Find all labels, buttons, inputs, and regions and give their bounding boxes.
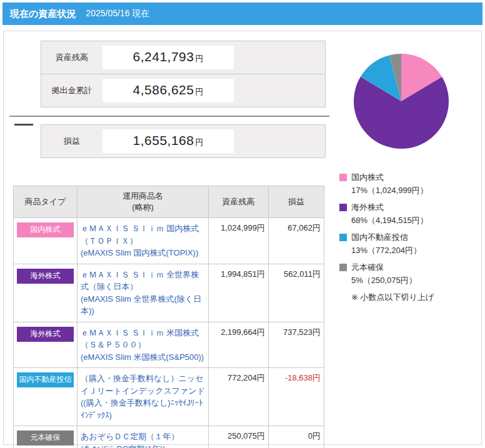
asset-balance-label: 資産残高 — [41, 52, 102, 63]
product-name-cell: ｅＭＡＸＩＳ Ｓｌｉｍ 全世界株式（除く日本） (eMAXIS Slim 全世界… — [78, 264, 209, 322]
contribution-total-label: 拠出金累計 — [41, 85, 102, 96]
product-profit-loss: 737,523円 — [269, 322, 324, 368]
table-row: 国内株式 ｅＭＡＸＩＳ Ｓｌｉｍ 国内株式（ＴＯＰＩＸ） (eMAXIS Sli… — [14, 218, 324, 264]
legend-item: 国内不動産投信 13%（772,204円） — [339, 232, 475, 256]
asset-allocation-pie-chart — [341, 46, 475, 159]
products-table-header-row: 商品タイプ 運用商品名 (略称) 資産残高 損益 — [14, 186, 324, 218]
product-name-link[interactable]: （購入・換金手数料なし）ニッセイＪリートインデックスファンド ((購入・換金手数… — [81, 372, 205, 421]
product-balance: 2,199,664円 — [209, 322, 269, 368]
product-short-name: (eMAXIS Slim 米国株式(S&P500)) — [81, 351, 205, 364]
equals-divider — [9, 116, 329, 117]
rounding-note: ※ 小数点以下切り上げ — [351, 292, 475, 303]
product-balance: 250,075円 — [209, 426, 269, 448]
product-profit-loss: 562,011円 — [269, 264, 324, 322]
product-profit-loss: 67,062円 — [269, 218, 324, 264]
product-short-name: (eMAXIS Slim 国内株式(TOPIX)) — [81, 247, 205, 259]
product-short-name: (eMAXIS Slim 全世界株式(除く日本)) — [81, 293, 205, 317]
product-full-name: （購入・換金手数料なし）ニッセイＪリートインデックスファンド — [81, 374, 205, 396]
product-full-name: ｅＭＡＸＩＳ Ｓｌｉｍ 全世界株式（除く日本） — [81, 270, 199, 292]
page-title: 現在の資産状況 — [10, 8, 76, 20]
table-row: 海外株式 ｅＭＡＸＩＳ Ｓｌｉｍ 全世界株式（除く日本） (eMAXIS Sli… — [14, 264, 324, 322]
content-frame: — 資産残高 6,241,793 円 拠出金累計 4,586,625 円 損益 — [3, 31, 482, 445]
product-type-cell: 海外株式 — [14, 322, 78, 368]
legend-detail: 68%（4,194,515円） — [351, 215, 475, 226]
product-name-cell: （購入・換金手数料なし）ニッセイＪリートインデックスファンド ((購入・換金手数… — [78, 368, 209, 426]
legend-label: 国内不動産投信 — [351, 232, 408, 243]
product-full-name: ｅＭＡＸＩＳ Ｓｌｉｍ 米国株式（Ｓ＆Ｐ５００） — [81, 328, 199, 350]
profit-loss-valuebox: 1,655,168 円 — [102, 129, 234, 153]
legend-detail: 17%（1,024,999円） — [351, 185, 475, 196]
contribution-total-unit: 円 — [195, 86, 203, 97]
product-profit-loss: 0円 — [269, 426, 324, 448]
product-name-link[interactable]: ｅＭＡＸＩＳ Ｓｌｉｍ 全世界株式（除く日本） (eMAXIS Slim 全世界… — [81, 269, 205, 317]
header-product-name: 運用商品名 (略称) — [78, 186, 209, 218]
header-product-type: 商品タイプ — [14, 186, 78, 218]
left-column: — 資産残高 6,241,793 円 拠出金累計 4,586,625 円 損益 — [13, 41, 327, 433]
product-type-cell: 国内不動産投信 — [14, 368, 78, 426]
header-product-name-line1: 運用商品名 — [122, 191, 163, 201]
legend-item: 国内株式 17%（1,024,999円） — [339, 172, 475, 196]
right-column: 国内株式 17%（1,024,999円） 海外株式 68%（4,194,515円… — [337, 41, 475, 433]
legend-detail: 5%（250,075円） — [351, 275, 475, 286]
summary-stack: 資産残高 6,241,793 円 拠出金累計 4,586,625 円 — [41, 41, 326, 107]
profit-loss-stack: 損益 1,655,168 円 — [41, 124, 326, 158]
product-name-cell: ｅＭＡＸＩＳ Ｓｌｉｍ 国内株式（ＴＯＰＩＸ） (eMAXIS Slim 国内株… — [78, 218, 209, 264]
product-balance: 1,024,999円 — [209, 218, 269, 264]
product-short-name: (あおぞらDC定期(1年)) — [81, 443, 205, 448]
table-row: 元本確保 あおぞらＤＣ定期（１年） (あおぞらDC定期(1年)) 250,075… — [14, 426, 324, 448]
product-name-cell: あおぞらＤＣ定期（１年） (あおぞらDC定期(1年)) — [78, 426, 209, 448]
product-balance: 772,204円 — [209, 368, 269, 426]
product-type-badge: 国内不動産投信 — [17, 372, 74, 387]
products-table: 商品タイプ 運用商品名 (略称) 資産残高 損益 国内株式 ｅＭＡＸＩＳ Ｓｌｉ… — [13, 186, 324, 448]
pie-chart-legend: 国内株式 17%（1,024,999円） 海外株式 68%（4,194,515円… — [339, 172, 475, 303]
legend-swatch-icon — [339, 174, 347, 181]
contribution-total-value: 4,586,625 — [133, 81, 194, 98]
product-name-link[interactable]: あおぞらＤＣ定期（１年） (あおぞらDC定期(1年)) — [81, 431, 205, 448]
legend-item: 海外株式 68%（4,194,515円） — [339, 202, 475, 226]
table-row: 海外株式 ｅＭＡＸＩＳ Ｓｌｉｍ 米国株式（Ｓ＆Ｐ５００） (eMAXIS Sl… — [14, 322, 324, 368]
legend-item: 元本確保 5%（250,075円） — [339, 262, 475, 286]
header-product-name-line2: (略称) — [132, 202, 154, 212]
product-type-badge: 元本確保 — [17, 431, 74, 446]
product-type-cell: 国内株式 — [14, 218, 78, 264]
product-profit-loss: -18,638円 — [269, 368, 324, 426]
product-type-badge: 海外株式 — [17, 327, 74, 342]
table-row: 国内不動産投信 （購入・換金手数料なし）ニッセイＪリートインデックスファンド (… — [14, 368, 324, 426]
legend-label: 海外株式 — [351, 202, 384, 213]
contribution-total-valuebox: 4,586,625 円 — [102, 79, 234, 102]
profit-loss-label: 損益 — [41, 136, 102, 147]
profit-loss-unit: 円 — [195, 137, 203, 148]
minus-operator: — — [14, 114, 33, 133]
profit-loss-row: 損益 1,655,168 円 — [41, 124, 326, 158]
product-type-cell: 海外株式 — [14, 264, 78, 322]
legend-swatch-icon — [339, 264, 347, 271]
product-short-name: ((購入・換金手数料なし)ﾆｯｾｲJﾘｰﾄｲﾝﾃﾞｯｸｽ) — [81, 397, 205, 421]
profit-loss-value: 1,655,168 — [133, 132, 194, 149]
asset-balance-unit: 円 — [195, 53, 203, 64]
contribution-total-row: 拠出金累計 4,586,625 円 — [41, 74, 326, 107]
legend-detail: 13%（772,204円） — [351, 245, 475, 256]
product-full-name: あおぞらＤＣ定期（１年） — [81, 432, 179, 441]
legend-swatch-icon — [339, 234, 347, 241]
product-type-badge: 国内株式 — [17, 222, 74, 237]
legend-label: 元本確保 — [351, 262, 384, 273]
legend-label: 国内株式 — [351, 172, 384, 183]
product-name-link[interactable]: ｅＭＡＸＩＳ Ｓｌｉｍ 米国株式（Ｓ＆Ｐ５００） (eMAXIS Slim 米国… — [81, 327, 205, 364]
asset-balance-value: 6,241,793 — [133, 48, 194, 65]
product-balance: 1,994,851円 — [209, 264, 269, 322]
pie-chart-svg — [341, 46, 469, 157]
as-of-date: 2025/05/16 現在 — [86, 8, 149, 19]
header-asset-balance: 資産残高 — [209, 186, 269, 218]
product-name-cell: ｅＭＡＸＩＳ Ｓｌｉｍ 米国株式（Ｓ＆Ｐ５００） (eMAXIS Slim 米国… — [78, 322, 209, 368]
header-profit-loss: 損益 — [269, 186, 324, 218]
product-name-link[interactable]: ｅＭＡＸＩＳ Ｓｌｉｍ 国内株式（ＴＯＰＩＸ） (eMAXIS Slim 国内株… — [81, 222, 205, 259]
asset-balance-valuebox: 6,241,793 円 — [102, 46, 234, 69]
product-full-name: ｅＭＡＸＩＳ Ｓｌｉｍ 国内株式（ＴＯＰＩＸ） — [81, 224, 199, 246]
page-title-bar: 現在の資産状況 2025/05/16 現在 — [2, 2, 482, 25]
product-type-cell: 元本確保 — [14, 426, 78, 448]
asset-balance-row: 資産残高 6,241,793 円 — [41, 41, 326, 74]
legend-swatch-icon — [339, 204, 347, 211]
product-type-badge: 海外株式 — [17, 269, 74, 284]
